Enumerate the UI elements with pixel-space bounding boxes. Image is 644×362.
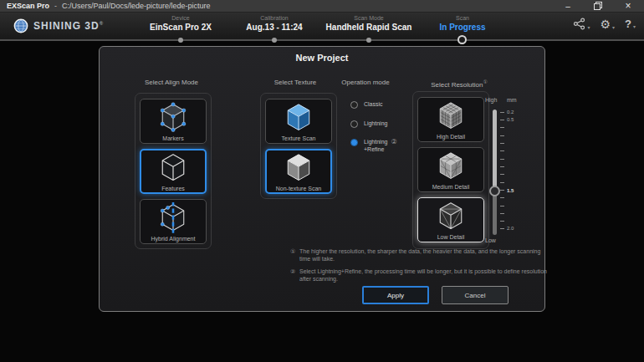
exscan-pro-window: EXScan Pro - C:/Users/Paul/Docs/lede-pic… [0,0,644,362]
slider-tick [500,135,504,136]
progress-dot-scan-active [457,35,467,44]
brand-logo: SHINING 3D® [13,18,104,33]
restore-icon[interactable] [592,1,604,11]
lightning-refine-note-ref: ② [391,138,396,145]
non-texture-scan-cube-icon [284,152,313,184]
footnote-1: ① The higher the resolution, the sharper… [290,247,551,263]
align-card-hybrid[interactable]: Hybrid Alignment [140,199,207,244]
heading-align-mode: Select Align Mode [145,79,198,86]
status-scan: Scan In Progress [439,15,485,32]
close-icon[interactable]: × [622,1,634,11]
slider-tick [500,174,504,175]
align-card-features[interactable]: Features [140,149,207,194]
help-caret-icon: ▾ [633,23,636,29]
heading-operation-mode: Operation mode [341,79,389,86]
header-bar: SHINING 3D® Device EinScan Pro 2X Calibr… [0,13,644,39]
slider-tick [500,159,504,160]
slider-tick [500,213,504,214]
resolution-note-ref: ① [483,79,487,84]
radio-classic-circle[interactable] [350,101,358,109]
radio-lightning-circle[interactable] [350,120,358,128]
globe-logo-icon [13,18,28,33]
slider-tick [500,127,504,128]
radio-lightning[interactable]: Lightning [350,120,387,128]
slider-tick [500,197,504,198]
settings-caret-icon: ▾ [612,24,615,30]
medium-detail-cube-icon [437,150,465,182]
progress-dot-device [178,38,183,43]
slider-value-0.2: 0.2 [507,110,514,115]
slider-tick [500,143,504,144]
title-separator: - [54,2,57,10]
slider-tick [500,166,504,167]
resolution-slider-thumb[interactable] [489,186,500,196]
settings-gear-icon[interactable]: ⚙ ▾ [600,18,615,30]
help-icon[interactable]: ? ▾ [625,18,636,29]
slider-low-label: Low [485,237,496,243]
workflow-progress-line [0,39,644,41]
status-scan-mode: Scan Mode Handheld Rapid Scan [326,15,412,32]
align-card-markers[interactable]: Markers [140,99,207,144]
slider-tick [500,150,504,151]
slider-tick [500,190,504,191]
slider-unit-label: mm [507,97,517,103]
features-cube-icon [159,152,187,184]
high-detail-cube-icon [437,100,465,132]
progress-dot-scan-mode [366,38,371,43]
slider-tick [500,221,504,222]
header-icons: ▾ ⚙ ▾ ? ▾ [573,18,636,30]
slider-value-0.5: 0.5 [507,117,514,122]
status-calibration: Calibration Aug.13 - 11:24 [246,15,302,32]
apply-button[interactable]: Apply [362,286,429,304]
heading-resolution: Select Resolution① [431,79,488,89]
brand-name: SHINING 3D® [33,20,104,32]
low-detail-cube-icon [437,201,465,232]
slider-current-value: 1.5 [507,188,514,193]
slider-tick [500,112,504,113]
window-controls: – × [562,1,637,11]
texture-scan-cube-icon [284,102,313,134]
texture-card-texture-scan[interactable]: Texture Scan [265,99,332,144]
slider-tick [500,120,504,120]
dialog-footnotes: ① The higher the resolution, the sharper… [290,247,551,288]
dialog-title: New Project [100,47,544,63]
resolution-card-low[interactable]: Low Detail [417,197,484,242]
resolution-card-medium[interactable]: Medium Detail [417,147,484,192]
heading-texture: Select Texture [274,79,317,86]
project-path: C:/Users/Paul/Docs/lede-picture/lede-pic… [62,2,211,10]
new-project-dialog: New Project Select Align Mode Select Tex… [99,46,545,312]
footnote-2: ② Select Lightning+Refine, the processin… [290,268,551,283]
share-icon[interactable]: ▾ [573,18,590,30]
radio-lightning-refine[interactable]: Lightning② +Refine [350,138,397,153]
slider-value-2.0: 2.0 [507,226,514,231]
progress-dot-calibration [272,38,277,43]
radio-lightning-refine-circle[interactable] [350,139,358,146]
cancel-button[interactable]: Cancel [442,286,509,304]
markers-cube-icon [159,102,187,134]
minimize-icon[interactable]: – [562,1,574,11]
status-device: Device EinScan Pro 2X [150,15,212,32]
slider-tick [500,228,504,229]
texture-card-non-texture-scan[interactable]: Non-texture Scan [265,149,332,194]
slider-tick [500,206,504,206]
share-caret-icon: ▾ [587,24,590,30]
radio-classic[interactable]: Classic [350,100,383,109]
slider-high-label: High [485,97,497,103]
hybrid-alignment-cube-icon [159,202,187,234]
app-title: EXScan Pro [7,2,49,10]
slider-tick [500,182,504,183]
resolution-card-high[interactable]: High Detail [417,97,484,142]
resolution-slider-track[interactable] [493,110,497,235]
titlebar: EXScan Pro - C:/Users/Paul/Docs/lede-pic… [0,0,644,13]
